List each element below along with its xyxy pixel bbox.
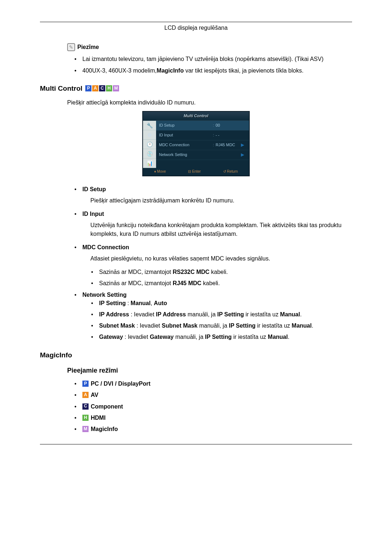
- note-item: Lai izmantotu televizoru, tam jāpievieno…: [74, 55, 352, 63]
- magicinfo-heading-text: MagicInfo: [40, 350, 72, 360]
- osd-row: ID Input:- -: [156, 131, 249, 140]
- osd-row-value: RJ45 MDC: [216, 142, 241, 148]
- page-header: LCD displeja regulēšana: [40, 22, 352, 43]
- mode-label: Component: [91, 402, 123, 411]
- note-list: Lai izmantotu televizoru, tam jāpievieno…: [74, 55, 352, 74]
- modes-list: P PC / DVI / DisplayPortA AVC ComponentH…: [74, 379, 352, 433]
- mode-label: AV: [91, 391, 98, 399]
- mc-item: ID InputUztvērēja funkciju noteikđana ko…: [74, 210, 352, 238]
- mc-sub-item: Subnet Mask : Ievadiet Subnet Mask manuā…: [91, 321, 352, 330]
- mode-badge-a: A: [82, 392, 89, 398]
- osd-rows: ID Setup:00ID Input:- -MDC Connection:RJ…: [156, 121, 249, 168]
- mc-item: Network SettingIP Setting : Manual, Auto…: [74, 291, 352, 341]
- osd-row-colon: :: [211, 142, 216, 148]
- mode-badge-c: C: [99, 85, 105, 91]
- page-footer-line: [40, 444, 352, 444]
- multi-control-heading: Multi Control PACHM: [40, 83, 352, 94]
- osd-row: ID Setup:00: [156, 121, 249, 131]
- mc-item: MDC ConnectionAtlasiet pieslēgvietu, no …: [74, 243, 352, 288]
- mode-item: C Component: [74, 402, 352, 411]
- note-header: ✎ Piezīme: [67, 43, 352, 51]
- osd-row-label: MDC Connection: [159, 142, 211, 148]
- mc-item: ID SetupPiešķir attiecīgajam izstrādājum…: [74, 185, 352, 205]
- multi-control-heading-text: Multi Control: [40, 83, 82, 94]
- mode-item: A AV: [74, 391, 352, 399]
- osd-row-value: 00: [216, 123, 241, 128]
- mode-label: HDMI: [91, 414, 106, 422]
- osd-row-arrow-icon: ▶: [241, 152, 246, 158]
- mode-badge-c: C: [82, 403, 89, 410]
- mc-item-title: ID Input: [82, 211, 104, 217]
- mc-sub-item: Sazinās ar MDC, izmantojot RJ45 MDC kabe…: [91, 279, 352, 287]
- multi-control-intro: Piešķir attiecīgā komplekta individuālo …: [67, 98, 352, 107]
- osd-row-label: Network Setting: [159, 152, 211, 158]
- osd-title: Multi Control: [143, 112, 249, 121]
- osd-side-icons: 🔧 ⚙ 🕐 💿 📊: [143, 121, 156, 168]
- mc-sub-item: Sazinās ar MDC, izmantojot RS232C MDC ka…: [91, 268, 352, 276]
- note-item: 400UX-3, 460UX-3 modelim,MagicInfo var t…: [74, 66, 352, 75]
- mode-badge-h: H: [106, 85, 112, 91]
- osd-side-icon: 🔧: [143, 121, 156, 130]
- osd-row-arrow-icon: ▶: [241, 142, 246, 148]
- mode-badge-p: P: [85, 85, 91, 91]
- osd-row: Network Setting▶: [156, 150, 249, 160]
- mc-item-desc: Piešķir attiecīgajam izstrādājumam konkr…: [90, 196, 352, 205]
- mode-badge-a: A: [92, 85, 98, 91]
- mode-item: P PC / DVI / DisplayPort: [74, 379, 352, 388]
- osd-row: MDC Connection:RJ45 MDC▶: [156, 140, 249, 150]
- osd-side-icon: 💿: [143, 149, 156, 159]
- mc-item-title: MDC Connection: [82, 244, 129, 250]
- osd-footer-move: ♦ Move: [154, 169, 166, 175]
- mode-badges: PACHM: [85, 85, 119, 91]
- mc-sub-list: IP Setting : Manual, AutoIP Address : Ie…: [91, 299, 352, 341]
- mc-item-title: Network Setting: [82, 292, 127, 298]
- osd-row-colon: :: [211, 132, 216, 138]
- mc-sub-list: Sazinās ar MDC, izmantojot RS232C MDC ka…: [91, 268, 352, 287]
- magicinfo-heading: MagicInfo: [40, 350, 352, 360]
- mc-sub-item: IP Setting : Manual, Auto: [91, 299, 352, 307]
- osd-panel: Multi Control 🔧 ⚙ 🕐 💿 📊 ID Setup:00ID In…: [142, 111, 250, 176]
- note-label: Piezīme: [77, 43, 99, 51]
- osd-side-icon: 🕐: [143, 140, 156, 149]
- osd-side-icon: ⚙: [143, 130, 156, 140]
- mode-item: M MagicInfo: [74, 425, 352, 433]
- mode-item: H HDMI: [74, 414, 352, 422]
- osd-body: 🔧 ⚙ 🕐 💿 📊 ID Setup:00ID Input:- -MDC Con…: [143, 121, 249, 168]
- mode-badge-m: M: [82, 426, 89, 432]
- note-icon: ✎: [67, 43, 75, 51]
- osd-row-label: ID Input: [159, 132, 211, 138]
- mode-badge-h: H: [82, 415, 89, 421]
- mode-label: PC / DVI / DisplayPort: [91, 379, 150, 388]
- mode-badge-m: M: [113, 85, 119, 91]
- page-title: LCD displeja regulēšana: [164, 25, 228, 31]
- mc-item-desc: Atlasiet pieslēgvietu, no kuras vēlaties…: [90, 254, 352, 263]
- modes-heading: Pieejamie režīmi: [67, 366, 352, 375]
- osd-row-value: - -: [216, 132, 241, 138]
- multi-control-items: ID SetupPiešķir attiecīgajam izstrādājum…: [74, 185, 352, 341]
- osd-side-icon: 📊: [143, 159, 156, 168]
- mode-label: MagicInfo: [91, 425, 118, 433]
- osd-footer-return: ↺ Return: [223, 169, 238, 175]
- osd-row-label: ID Setup: [159, 123, 211, 128]
- osd-row-colon: :: [211, 123, 216, 128]
- osd-footer: ♦ Move ⊟ Enter ↺ Return: [143, 168, 249, 176]
- mc-item-title: ID Setup: [82, 186, 106, 192]
- mc-item-desc: Uztvērēja funkciju noteikđana konkrētaja…: [90, 221, 352, 238]
- mc-sub-item: Gateway : Ievadiet Gateway manuāli, ja I…: [91, 333, 352, 341]
- mode-badge-p: P: [82, 381, 89, 387]
- mc-sub-item: IP Address : Ievadiet IP Address manuāli…: [91, 310, 352, 319]
- osd-footer-enter: ⊟ Enter: [188, 169, 201, 175]
